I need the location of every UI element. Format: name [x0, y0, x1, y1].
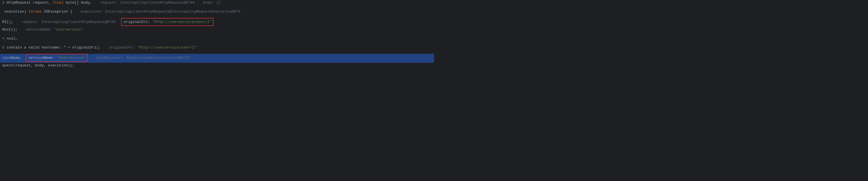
code-text: l	[2, 0, 7, 6]
code-line-8: quest(request, body, execution));	[0, 63, 434, 72]
code-text: {	[68, 9, 72, 15]
debug-hint: execution: InterceptingClientHttpRequest…	[81, 9, 241, 15]
code-text: HttpRequest	[7, 0, 31, 6]
code-text: request,	[31, 0, 53, 6]
code-text: viceName,	[2, 55, 22, 61]
debug-hint: loadBalancer: RibbonLoadBalancerClient@8…	[96, 55, 190, 61]
code-line-6: t contain a valid hostname: " + original…	[0, 45, 434, 54]
debug-hint: request: InterceptingClientHttpRequest@8…	[100, 0, 221, 6]
code-line-4: Host(); serviceName: "userservice"	[0, 27, 434, 36]
code-text: [] body,	[74, 0, 92, 6]
debug-hint-boxed-selected: serviceName: "userservice"	[26, 54, 88, 62]
code-line-2: execution) throws IOException { executio…	[0, 9, 434, 18]
code-text: RI();	[2, 19, 13, 25]
code-line-7: viceName, serviceName: "userservice" loa…	[0, 54, 434, 63]
code-text: byte	[66, 0, 74, 6]
code-editor: l HttpRequest request, final byte [] bod…	[0, 0, 434, 90]
debug-hint: serviceName: "userservice"	[26, 27, 83, 33]
code-line-3: RI(); request: InterceptingClientHttpReq…	[0, 18, 434, 27]
code-keyword: final	[53, 0, 63, 6]
debug-hint: originalUri: "http://userservice/user/1"	[109, 45, 196, 51]
code-text	[63, 0, 66, 6]
code-text: = null,	[2, 36, 18, 42]
debug-hint-boxed: originalUri: "http://userservice/user/1"	[121, 18, 213, 26]
code-text: IOException	[44, 9, 68, 15]
code-text: Host();	[2, 27, 18, 33]
code-line-1: l HttpRequest request, final byte [] bod…	[0, 0, 434, 9]
code-keyword-throws: throws	[29, 9, 42, 15]
debug-hint: request: InterceptingClientHttpRequest@8…	[22, 19, 116, 25]
code-text: t contain a valid hostname: " + original…	[2, 45, 101, 51]
code-line-5: = null,	[0, 36, 434, 45]
code-text: execution)	[2, 9, 29, 15]
code-text: quest(request, body, execution));	[2, 63, 74, 69]
code-text	[41, 9, 44, 15]
